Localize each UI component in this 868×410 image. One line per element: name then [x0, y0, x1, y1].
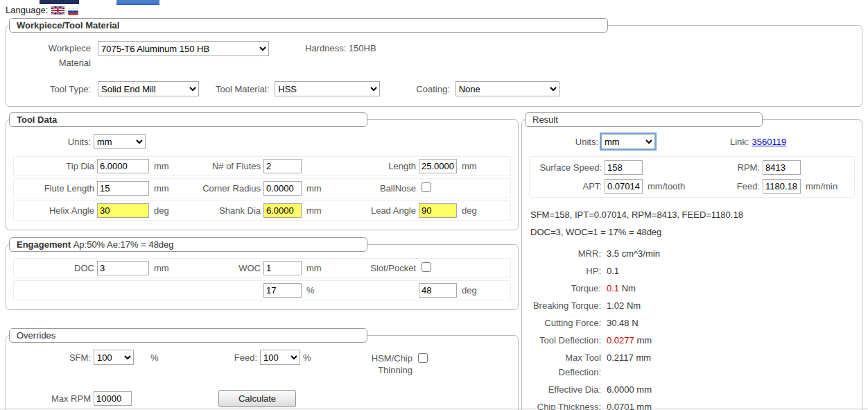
- woc-input[interactable]: [263, 261, 302, 275]
- tool-data-row-3: Helix Angle deg Shank Dia mm Lead Angle …: [13, 200, 511, 221]
- length-unit: mm: [462, 161, 495, 171]
- deflection-alert-value: 0.0277: [607, 335, 634, 345]
- language-label: Language:: [6, 5, 48, 15]
- shank-dia-label: Shank Dia: [186, 205, 261, 216]
- slot-pocket-checkbox[interactable]: [422, 262, 431, 272]
- tool-units-row: Units: mm: [13, 134, 511, 149]
- calculate-button[interactable]: Calculate: [218, 390, 296, 407]
- coating-select[interactable]: None: [455, 81, 559, 96]
- stat-row-torque: Torque: 0.1 Nm: [529, 280, 855, 297]
- flutes-label: N# of Flutes: [186, 161, 261, 171]
- shank-dia-input[interactable]: [263, 203, 302, 218]
- flute-length-input[interactable]: [97, 181, 149, 196]
- surface-speed-input[interactable]: [605, 160, 643, 175]
- engagement-detail: Ap:50% Ae:17% = 48deg: [73, 239, 174, 250]
- overrides-row-1: SFM: 100 % Feed: 100 % HSM/Chip Thinning: [13, 350, 511, 376]
- doc-label: DOC: [17, 263, 94, 273]
- woc-unit: mm: [306, 263, 336, 273]
- result-feed-label: Feed:: [714, 181, 760, 191]
- engage-deg-input[interactable]: [419, 283, 457, 298]
- lead-angle-unit: deg: [462, 205, 495, 216]
- result-feed-input[interactable]: [763, 179, 801, 194]
- workpiece-material-select[interactable]: 7075-T6 Aluminum 150 HB: [98, 41, 269, 56]
- result-title: Result: [532, 114, 558, 125]
- tool-material-select[interactable]: HSS: [275, 81, 380, 96]
- flutes-input[interactable]: [263, 159, 302, 173]
- surface-speed-label: Surface Speed:: [532, 162, 602, 173]
- workpiece-tool-material-title: Workpiece/Tool Material: [17, 20, 119, 31]
- tip-dia-unit: mm: [154, 161, 183, 171]
- length-input[interactable]: [419, 159, 457, 173]
- max-rpm-label: Max RPM: [13, 393, 91, 404]
- doc-input[interactable]: [97, 261, 149, 275]
- hardness-text: Hardness: 150HB: [305, 43, 376, 53]
- stat-row-hp: HP: 0.1: [529, 262, 855, 280]
- stat-row-effective-dia: Effective Dia: 6.0000 mm: [529, 381, 855, 398]
- feed-override-unit: %: [303, 352, 332, 363]
- tool-type-label: Tool Type:: [13, 84, 91, 94]
- rpm-label: RPM:: [714, 162, 760, 173]
- engage-deg-unit: deg: [462, 285, 495, 296]
- max-rpm-input[interactable]: [94, 391, 132, 406]
- stat-row-cutting-force: Cutting Force: 30.48 N: [529, 314, 855, 332]
- result-units-select[interactable]: mm: [601, 134, 655, 149]
- tool-data-row-2: Flute Length mm Corner Radius mm BallNos…: [13, 178, 511, 198]
- tool-type-row: Tool Type: Solid End Mill Tool Material:…: [13, 81, 855, 96]
- length-label: Length: [338, 161, 416, 171]
- helix-angle-label: Helix Angle: [17, 205, 94, 216]
- overrides-title: Overrides: [17, 330, 55, 341]
- overrides-row-2: Max RPM Calculate: [13, 390, 511, 407]
- woc-label: WOC: [186, 263, 261, 273]
- sfm-override-select[interactable]: 100: [94, 350, 134, 365]
- stat-row-tool-deflection: Tool Deflection: 0.0277 mm: [529, 332, 855, 349]
- flute-length-unit: mm: [154, 183, 183, 194]
- feed-override-label: Feed:: [182, 352, 257, 363]
- tip-dia-label: Tip Dia: [17, 161, 94, 171]
- result-summary: SFM=158, IPT=0.07014, RPM=8413, FEED=118…: [530, 206, 855, 241]
- page-bottom-divider: [0, 409, 868, 409]
- cutoff-tab-blue[interactable]: [116, 0, 159, 5]
- cutoff-tab-dark: [40, 0, 79, 4]
- summary-line-1: SFM=158, IPT=0.07014, RPM=8413, FEED=118…: [530, 206, 855, 223]
- tool-type-select[interactable]: Solid End Mill: [98, 81, 199, 96]
- feed-override-select[interactable]: 100: [260, 350, 300, 365]
- result-units-label: Units:: [529, 137, 598, 147]
- helix-angle-unit: deg: [154, 205, 183, 216]
- helix-angle-input[interactable]: [97, 203, 149, 218]
- engagement-title: Engagement: [17, 239, 71, 250]
- apt-unit: mm/tooth: [648, 181, 711, 191]
- engagement-row-1: DOC mm WOC mm Slot/Pocket: [13, 258, 511, 278]
- shank-dia-unit: mm: [306, 205, 336, 216]
- apt-input[interactable]: [605, 179, 643, 194]
- engagement-panel: Engagement Ap:50% Ae:17% = 48deg DOC mm …: [6, 244, 519, 310]
- rpm-input[interactable]: [763, 160, 801, 175]
- corner-radius-input[interactable]: [263, 181, 302, 196]
- workpiece-tool-material-legend: Workpiece/Tool Material: [9, 18, 608, 33]
- result-stats: MRR: 3.5 cm^3/min HP: 0.1 Torque: 0.1 Nm…: [529, 245, 855, 410]
- corner-radius-unit: mm: [306, 183, 336, 194]
- lead-angle-input[interactable]: [419, 203, 457, 218]
- tip-dia-input[interactable]: [97, 159, 149, 173]
- hsm-chip-thinning-checkbox[interactable]: [418, 353, 428, 363]
- tool-data-panel: Tool Data Units: mm Tip Dia mm N# of Flu…: [6, 119, 519, 230]
- tool-data-row-1: Tip Dia mm N# of Flutes Length mm: [13, 156, 511, 176]
- tool-units-select[interactable]: mm: [94, 134, 146, 149]
- woc-percent-input[interactable]: [263, 283, 302, 298]
- doc-unit: mm: [154, 263, 183, 273]
- lead-angle-label: Lead Angle: [338, 205, 416, 216]
- slot-pocket-label: Slot/Pocket: [338, 263, 416, 273]
- corner-radius-label: Corner Radius: [186, 183, 261, 194]
- coating-label: Coating:: [416, 84, 449, 94]
- tool-data-title: Tool Data: [17, 114, 57, 125]
- engagement-legend: Engagement Ap:50% Ae:17% = 48deg: [9, 237, 367, 252]
- ballnose-checkbox[interactable]: [422, 182, 431, 192]
- engagement-row-2: % deg: [13, 280, 511, 300]
- tool-material-label: Tool Material:: [216, 84, 269, 94]
- result-link[interactable]: 3560119: [752, 137, 786, 147]
- tool-units-label: Units:: [13, 137, 91, 147]
- workpiece-tool-material-panel: Workpiece/Tool Material Workpiece Materi…: [6, 25, 862, 107]
- woc-percent-unit: %: [306, 285, 336, 296]
- ru-flag-icon[interactable]: [68, 8, 78, 15]
- uk-flag-icon[interactable]: [51, 6, 64, 15]
- ballnose-label: BallNose: [338, 183, 416, 194]
